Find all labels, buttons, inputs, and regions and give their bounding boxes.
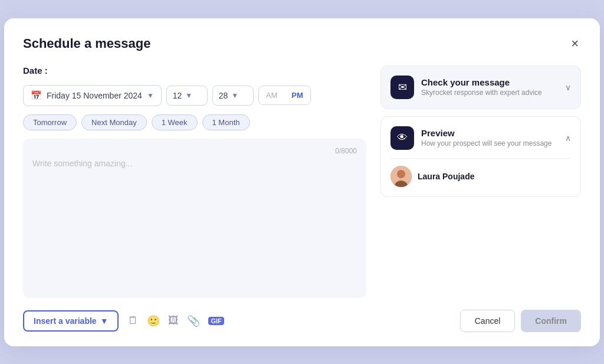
minute-select[interactable]: 28 ▼ — [212, 86, 254, 106]
preview-card-info: Preview How your prospect will see your … — [421, 128, 558, 147]
chip-next-monday[interactable]: Next Monday — [81, 114, 147, 130]
ampm-toggle: AM PM — [258, 86, 311, 105]
close-button[interactable]: × — [569, 35, 581, 53]
am-button[interactable]: AM — [259, 86, 285, 104]
pm-button[interactable]: PM — [284, 86, 310, 104]
preview-user-name: Laura Poujade — [418, 172, 474, 181]
note-icon[interactable]: 🗒 — [128, 314, 139, 327]
image-icon[interactable]: 🖼 — [168, 314, 179, 327]
modal-body: Date : 📅 Friday 15 November 2024 ▼ 12 ▼ — [23, 65, 581, 298]
date-chevron-icon: ▼ — [147, 91, 154, 100]
check-message-card: ✉ Check your message Skyrocket response … — [380, 65, 581, 109]
left-panel: Date : 📅 Friday 15 November 2024 ▼ 12 ▼ — [23, 65, 366, 298]
chip-1-week[interactable]: 1 Week — [152, 114, 198, 130]
cancel-button[interactable]: Cancel — [460, 310, 516, 332]
preview-card-subtitle: How your prospect will see your message — [421, 139, 558, 147]
char-count: 0/8000 — [32, 147, 357, 155]
preview-card-header: 👁 Preview How your prospect will see you… — [390, 126, 571, 150]
preview-card-title: Preview — [421, 128, 558, 138]
calendar-icon: 📅 — [31, 90, 42, 101]
check-card-title: Check your message — [421, 77, 558, 87]
preview-card: 👁 Preview How your prospect will see you… — [380, 116, 581, 197]
check-card-info: Check your message Skyrocket response wi… — [421, 77, 558, 97]
check-card-chevron-icon[interactable]: ∨ — [565, 83, 571, 92]
schedule-modal: Schedule a message × Date : 📅 Friday 15 … — [4, 18, 600, 346]
message-input[interactable] — [32, 159, 357, 290]
svg-point-1 — [397, 170, 405, 178]
footer-left: Insert a variable ▼ 🗒 🙂 🖼 📎 GIF — [23, 310, 224, 332]
minute-chevron-icon: ▼ — [231, 91, 238, 100]
preview-user: Laura Poujade — [390, 158, 571, 187]
chip-1-month[interactable]: 1 Month — [202, 114, 250, 130]
confirm-button[interactable]: Confirm — [521, 310, 581, 332]
insert-var-chevron-icon: ▼ — [100, 316, 109, 326]
hour-value: 12 — [173, 91, 182, 100]
preview-card-chevron-icon[interactable]: ∧ — [565, 133, 571, 143]
toolbar-icons: 🗒 🙂 🖼 📎 GIF — [128, 314, 224, 327]
date-picker[interactable]: 📅 Friday 15 November 2024 ▼ — [23, 85, 162, 106]
chip-tomorrow[interactable]: Tomorrow — [23, 114, 77, 130]
message-area: 0/8000 — [23, 139, 366, 298]
modal-footer: Insert a variable ▼ 🗒 🙂 🖼 📎 GIF Cancel C… — [23, 307, 581, 332]
date-value: Friday 15 November 2024 — [47, 91, 142, 100]
right-panel: ✉ Check your message Skyrocket response … — [380, 65, 581, 298]
date-label: Date : — [23, 65, 366, 76]
preview-icon: 👁 — [390, 126, 414, 150]
gif-icon[interactable]: GIF — [208, 317, 224, 325]
attachment-icon[interactable]: 📎 — [187, 314, 200, 327]
hour-chevron-icon: ▼ — [185, 91, 192, 100]
check-message-icon: ✉ — [390, 76, 414, 99]
insert-var-label: Insert a variable — [34, 316, 97, 326]
modal-title: Schedule a message — [23, 36, 150, 51]
check-card-subtitle: Skyrocket response with expert advice — [421, 88, 558, 97]
footer-right: Cancel Confirm — [460, 310, 581, 332]
date-row: 📅 Friday 15 November 2024 ▼ 12 ▼ 28 ▼ — [23, 85, 366, 106]
avatar — [390, 166, 412, 187]
minute-value: 28 — [219, 91, 228, 100]
modal-header: Schedule a message × — [23, 35, 581, 53]
modal-overlay: Schedule a message × Date : 📅 Friday 15 … — [0, 0, 604, 364]
quick-chips: Tomorrow Next Monday 1 Week 1 Month — [23, 114, 366, 130]
hour-select[interactable]: 12 ▼ — [166, 86, 208, 106]
check-card-header: ✉ Check your message Skyrocket response … — [390, 76, 571, 99]
emoji-icon[interactable]: 🙂 — [147, 314, 160, 327]
insert-variable-button[interactable]: Insert a variable ▼ — [23, 310, 119, 332]
